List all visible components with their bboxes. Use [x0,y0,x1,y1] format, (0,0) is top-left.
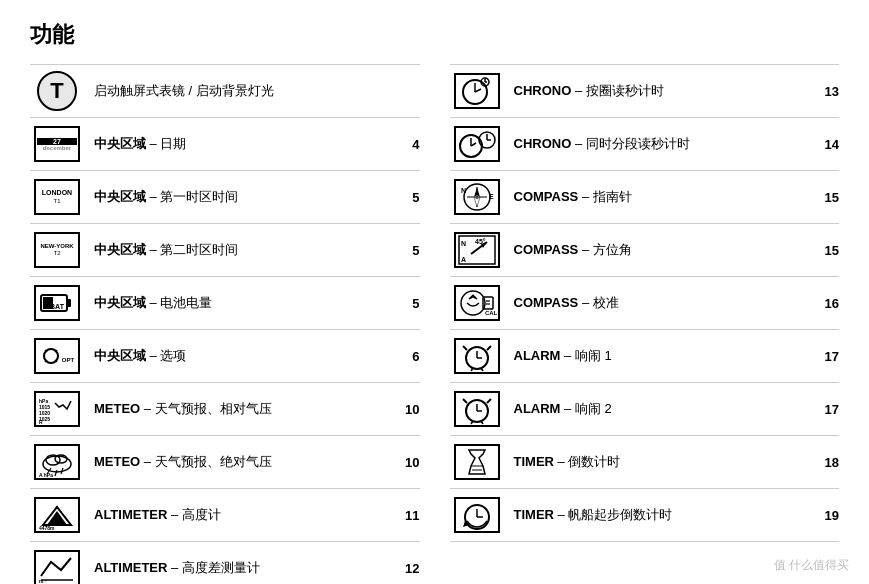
feature-label: TIMER [514,454,554,469]
page-number: 17 [817,349,839,364]
item-description: TIMER – 帆船起步倒数计时 [514,506,818,524]
page-number: 10 [398,455,420,470]
icon-calendar: 27december [30,124,84,164]
item-description: METEO – 天气预报、绝对气压 [94,453,398,471]
page-title: 功能 [30,20,839,50]
icon-barograph: hPa 1015 1020 1025 R [30,389,84,429]
svg-text:R: R [39,419,43,425]
page-number: 11 [398,508,420,523]
svg-line-72 [487,399,491,403]
item-description: 启动触屏式表镜 / 启动背景灯光 [94,82,420,100]
svg-text:m ↑: m ↑ [39,578,47,584]
icon-options: OPT [30,336,84,376]
item-description: CHRONO – 同时分段读秒计时 [514,135,818,153]
list-item: hPa 1015 1020 1025 R METEO – 天气预报、相对气压10 [30,382,420,435]
list-item: CHRONO – 同时分段读秒计时14 [450,117,840,170]
svg-line-65 [487,346,491,350]
list-item: 4478m ALTIMETER – 高度计11 [30,488,420,541]
feature-label: CHRONO [514,83,572,98]
svg-text:CAL: CAL [485,310,497,316]
list-item: CHRONO – 按圈读秒计时13 [450,64,840,117]
svg-text:N: N [461,187,466,194]
item-description: TIMER – 倒数计时 [514,453,818,471]
item-description: ALTIMETER – 高度差测量计 [94,559,398,577]
list-item: 27december中央区域 – 日期4 [30,117,420,170]
feature-label: CHRONO [514,136,572,151]
watermark: 值 什么值得买 [774,557,849,574]
svg-line-64 [463,346,467,350]
list-item: LONDONT1中央区域 – 第一时区时间5 [30,170,420,223]
right-column: CHRONO – 按圈读秒计时13 CHRONO – 同时分段读秒计时14 N … [450,64,840,584]
svg-text:BAT: BAT [50,303,65,310]
item-description: ALARM – 响闹 1 [514,347,818,365]
feature-label: METEO [94,401,140,416]
list-item: N E COMPASS – 指南针15 [450,170,840,223]
feature-label: 中央区域 [94,348,146,363]
svg-line-23 [55,470,57,476]
icon-london: LONDONT1 [30,177,84,217]
feature-label: ALARM [514,401,561,416]
icon-T-circle: T [30,71,84,111]
list-item: OPT 中央区域 – 选项6 [30,329,420,382]
item-description: 中央区域 – 选项 [94,347,398,365]
main-columns: T启动触屏式表镜 / 启动背景灯光27december中央区域 – 日期4LON… [30,64,839,584]
item-description: 中央区域 – 日期 [94,135,398,153]
feature-label: COMPASS [514,242,579,257]
list-item: CAL COMPASS – 校准16 [450,276,840,329]
feature-label: ALARM [514,348,561,363]
list-item: ALARM – 响闹 117 [450,329,840,382]
page-number: 14 [817,137,839,152]
left-column: T启动触屏式表镜 / 启动背景灯光27december中央区域 – 日期4LON… [30,64,420,584]
feature-label: 中央区域 [94,189,146,204]
list-item: TIMER – 帆船起步倒数计时19 [450,488,840,542]
icon-alarm2 [450,389,504,429]
icon-alarm1 [450,336,504,376]
list-item: m ↑ ALTIMETER – 高度差测量计12 [30,541,420,584]
feature-label: ALTIMETER [94,560,167,575]
icon-chrono2 [450,124,504,164]
list-item: TIMER – 倒数计时18 [450,435,840,488]
item-description: 中央区域 – 第二时区时间 [94,241,398,259]
page-number: 18 [817,455,839,470]
feature-label: TIMER [514,507,554,522]
icon-chrono1 [450,71,504,111]
svg-text:N: N [461,240,466,247]
page-number: 5 [398,190,420,205]
svg-rect-1 [67,299,71,307]
icon-newyork: NEW-YORKT2 [30,230,84,270]
item-description: 中央区域 – 第一时区时间 [94,188,398,206]
page-number: 5 [398,296,420,311]
page-number: 19 [817,508,839,523]
item-description: COMPASS – 校准 [514,294,818,312]
svg-line-33 [475,89,481,92]
item-description: METEO – 天气预报、相对气压 [94,400,398,418]
list-item: A hPa METEO – 天气预报、绝对气压10 [30,435,420,488]
item-description: ALARM – 响闹 2 [514,400,818,418]
icon-battery: BAT [30,283,84,323]
list-item: N 45° A COMPASS – 方位角15 [450,223,840,276]
icon-altimeter: 4478m [30,495,84,535]
page-number: 17 [817,402,839,417]
svg-text:A hPa: A hPa [39,472,53,478]
feature-label: COMPASS [514,295,579,310]
item-description: CHRONO – 按圈读秒计时 [514,82,818,100]
icon-cloud: A hPa [30,442,84,482]
item-description: COMPASS – 方位角 [514,241,818,259]
icon-altimeter2: m ↑ [30,548,84,584]
page-number: 5 [398,243,420,258]
icon-timer1 [450,442,504,482]
icon-timer2 [450,495,504,535]
icon-compass-bearing: N 45° A [450,230,504,270]
page-number: 6 [398,349,420,364]
icon-compass-cal: CAL [450,283,504,323]
svg-marker-27 [47,511,67,525]
page-number: 4 [398,137,420,152]
svg-line-71 [463,399,467,403]
page-number: 15 [817,243,839,258]
svg-text:E: E [489,193,494,200]
svg-text:4478m: 4478m [39,525,55,531]
item-description: ALTIMETER – 高度计 [94,506,398,524]
item-description: 中央区域 – 电池电量 [94,294,398,312]
list-item: NEW-YORKT2中央区域 – 第二时区时间5 [30,223,420,276]
list-item: ALARM – 响闹 217 [450,382,840,435]
